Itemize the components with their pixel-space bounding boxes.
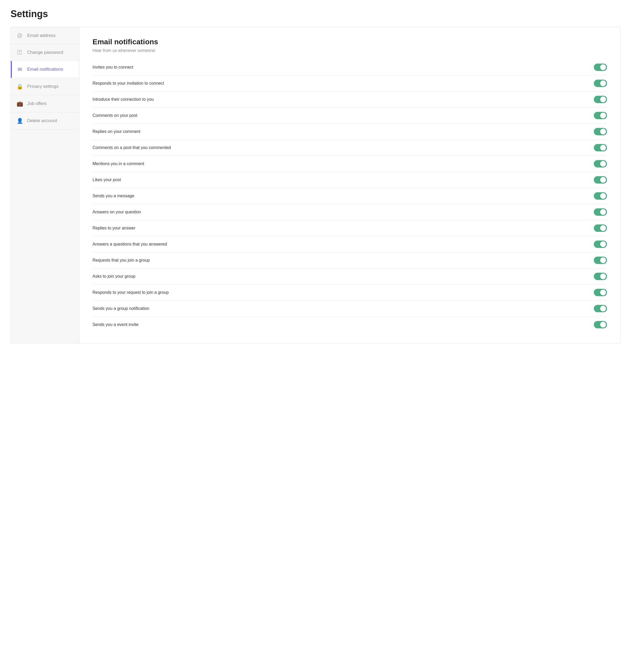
- toggle-replies-answer[interactable]: [594, 224, 607, 232]
- sidebar-item-privacy-settings[interactable]: 🔒Privacy settings: [11, 78, 79, 95]
- notification-label-introduce-connection: Introduce their connection to you: [93, 97, 154, 102]
- notification-row-comments-post-commented: Comments on a post that you commented: [93, 140, 607, 156]
- notification-row-introduce-connection: Introduce their connection to you: [93, 92, 607, 107]
- toggle-asks-join-group[interactable]: [594, 273, 607, 280]
- toggle-slider-answers-question: [594, 208, 607, 216]
- toggle-slider-replies-comment: [594, 128, 607, 135]
- notification-row-group-notification: Sends you a group notification: [93, 301, 607, 317]
- notification-row-comments-post: Comments on your post: [93, 107, 607, 124]
- briefcase-icon: 💼: [17, 100, 23, 107]
- notification-label-requests-join-group: Requests that you join a group: [93, 258, 150, 263]
- notification-label-asks-join-group: Asks to join your group: [93, 274, 135, 279]
- mail-icon: ✉: [17, 66, 23, 73]
- settings-layout: @Email address⚿Change password✉Email not…: [10, 27, 621, 343]
- toggle-slider-comments-post: [594, 112, 607, 119]
- section-subtitle: Hear from us whenever someone:: [93, 48, 607, 53]
- toggle-invites-connect[interactable]: [594, 64, 607, 71]
- notification-row-likes-post: Likes your post: [93, 172, 607, 188]
- toggle-slider-group-notification: [594, 305, 607, 312]
- notification-label-responds-request-group: Responds to your request to join a group: [93, 290, 169, 295]
- toggle-introduce-connection[interactable]: [594, 96, 607, 103]
- toggle-slider-answers-question-answered: [594, 241, 607, 248]
- toggle-requests-join-group[interactable]: [594, 257, 607, 264]
- section-title: Email notifications: [93, 38, 607, 46]
- toggle-group-notification[interactable]: [594, 305, 607, 312]
- toggle-slider-mentions-comment: [594, 160, 607, 167]
- notification-label-comments-post-commented: Comments on a post that you commented: [93, 145, 171, 150]
- notification-label-event-invite: Sends you a event invite: [93, 322, 138, 327]
- page-title: Settings: [10, 8, 621, 20]
- toggle-slider-sends-message: [594, 192, 607, 200]
- notification-row-answers-question-answered: Answers a questions that you answered: [93, 236, 607, 253]
- notification-row-sends-message: Sends you a message: [93, 188, 607, 204]
- notification-row-responds-invitation: Responds to your invitation to connect: [93, 75, 607, 92]
- toggle-comments-post-commented[interactable]: [594, 144, 607, 151]
- lock-icon: 🔒: [17, 83, 23, 90]
- toggle-slider-introduce-connection: [594, 96, 607, 103]
- toggle-slider-responds-invitation: [594, 80, 607, 87]
- sidebar: @Email address⚿Change password✉Email not…: [11, 27, 79, 343]
- sidebar-item-job-offers[interactable]: 💼Job offers: [11, 95, 79, 112]
- notification-label-comments-post: Comments on your post: [93, 113, 137, 118]
- toggle-event-invite[interactable]: [594, 321, 607, 328]
- sidebar-item-change-password[interactable]: ⚿Change password: [11, 44, 79, 61]
- sidebar-label-email-notifications: Email notifications: [27, 67, 63, 72]
- notification-label-sends-message: Sends you a message: [93, 194, 134, 198]
- sidebar-item-delete-account[interactable]: 👤Delete account: [11, 112, 79, 129]
- at-icon: @: [17, 32, 23, 39]
- notification-label-replies-answer: Replies to your answer: [93, 226, 135, 231]
- toggle-mentions-comment[interactable]: [594, 160, 607, 167]
- notification-label-likes-post: Likes your post: [93, 177, 121, 182]
- notification-row-asks-join-group: Asks to join your group: [93, 268, 607, 285]
- toggle-replies-comment[interactable]: [594, 128, 607, 135]
- notification-row-invites-connect: Invites you to connect: [93, 59, 607, 75]
- key-icon: ⚿: [17, 49, 23, 55]
- sidebar-label-delete-account: Delete account: [27, 118, 57, 123]
- toggle-answers-question-answered[interactable]: [594, 241, 607, 248]
- notification-row-responds-request-group: Responds to your request to join a group: [93, 285, 607, 301]
- notification-label-responds-invitation: Responds to your invitation to connect: [93, 81, 164, 86]
- sidebar-label-change-password: Change password: [27, 50, 63, 55]
- toggle-sends-message[interactable]: [594, 192, 607, 200]
- notification-label-mentions-comment: Mentions you in a comment: [93, 161, 144, 166]
- sidebar-item-email-notifications[interactable]: ✉Email notifications: [11, 61, 79, 78]
- toggle-slider-requests-join-group: [594, 257, 607, 264]
- toggle-slider-event-invite: [594, 321, 607, 328]
- toggle-likes-post[interactable]: [594, 176, 607, 184]
- toggle-slider-asks-join-group: [594, 273, 607, 280]
- notification-row-event-invite: Sends you a event invite: [93, 317, 607, 333]
- notification-row-replies-answer: Replies to your answer: [93, 220, 607, 236]
- toggle-responds-request-group[interactable]: [594, 289, 607, 296]
- toggle-answers-question[interactable]: [594, 208, 607, 216]
- notification-label-answers-question: Answers on your question: [93, 210, 141, 214]
- toggle-slider-invites-connect: [594, 64, 607, 71]
- person-icon: 👤: [17, 118, 23, 124]
- notification-label-invites-connect: Invites you to connect: [93, 65, 133, 70]
- sidebar-item-email-address[interactable]: @Email address: [11, 27, 79, 44]
- notification-label-group-notification: Sends you a group notification: [93, 306, 149, 311]
- notification-row-requests-join-group: Requests that you join a group: [93, 253, 607, 268]
- toggle-slider-responds-request-group: [594, 289, 607, 296]
- notification-row-answers-question: Answers on your question: [93, 204, 607, 220]
- toggle-slider-comments-post-commented: [594, 144, 607, 151]
- toggle-responds-invitation[interactable]: [594, 80, 607, 87]
- notification-label-replies-comment: Replies on your comment: [93, 129, 140, 134]
- main-content: Email notifications Hear from us wheneve…: [79, 27, 620, 343]
- toggle-slider-replies-answer: [594, 224, 607, 232]
- notification-label-answers-question-answered: Answers a questions that you answered: [93, 242, 167, 247]
- toggle-comments-post[interactable]: [594, 112, 607, 119]
- sidebar-label-privacy-settings: Privacy settings: [27, 84, 58, 89]
- sidebar-label-job-offers: Job offers: [27, 101, 47, 106]
- sidebar-label-email-address: Email address: [27, 33, 56, 38]
- notification-row-replies-comment: Replies on your comment: [93, 124, 607, 140]
- toggle-slider-likes-post: [594, 176, 607, 184]
- notification-row-mentions-comment: Mentions you in a comment: [93, 156, 607, 172]
- notification-list: Invites you to connectResponds to your i…: [93, 59, 607, 333]
